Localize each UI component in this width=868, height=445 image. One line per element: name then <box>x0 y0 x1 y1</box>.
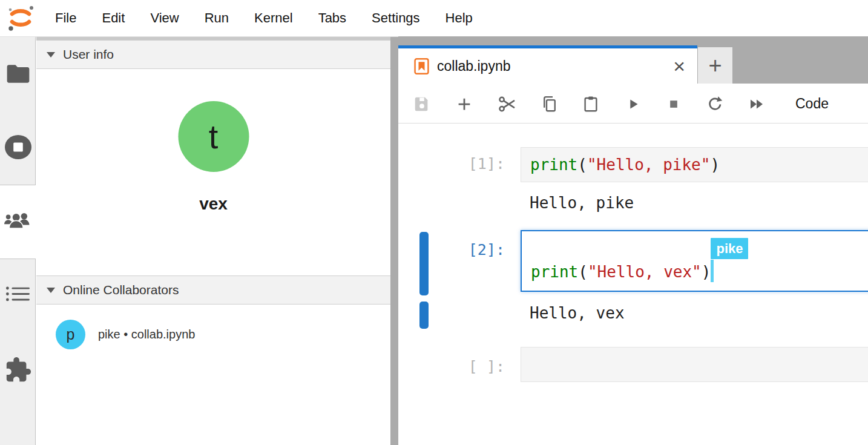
current-user-avatar-initial: t <box>209 117 219 156</box>
panel-resize-handle[interactable] <box>390 37 398 445</box>
online-collaborators-section-header[interactable]: Online Collaborators <box>36 275 390 305</box>
file-browser-icon[interactable] <box>5 62 31 85</box>
menu-run[interactable]: Run <box>192 0 242 36</box>
restart-kernel-button[interactable] <box>705 94 725 114</box>
collaborator-avatar-initial: p <box>67 326 75 343</box>
menu-help[interactable]: Help <box>433 0 485 36</box>
code-token: ) <box>710 156 720 174</box>
main-dock-area: collab.ipynb × + <box>398 36 868 445</box>
collapse-caret-icon <box>47 288 55 293</box>
code-token: ) <box>702 263 711 281</box>
code-token: ( <box>577 156 587 174</box>
notebook-toolbar: Code <box>398 84 868 124</box>
collaborator-list-item[interactable]: p pike • collab.ipynb <box>56 320 195 349</box>
extensions-icon[interactable] <box>4 356 32 384</box>
jupyter-logo-icon <box>6 4 35 33</box>
collaborators-icon[interactable] <box>4 209 33 234</box>
tab-title: collab.ipynb <box>437 58 510 74</box>
cell-3-prompt: [ ]: <box>398 356 505 378</box>
code-token: "Hello, pike" <box>587 156 711 174</box>
current-user-avatar: t <box>178 101 249 172</box>
online-collaborators-title: Online Collaborators <box>63 283 179 297</box>
current-user-name: vex <box>36 194 390 214</box>
cell-3-input[interactable] <box>521 347 868 382</box>
cell-2-output-collapser[interactable] <box>419 302 429 329</box>
run-cell-button[interactable] <box>623 94 643 114</box>
code-token: print <box>531 263 578 281</box>
cell-type-value: Code <box>795 96 829 112</box>
new-tab-button[interactable]: + <box>698 47 732 84</box>
menu-items: File Edit View Run Kernel Tabs Settings … <box>42 0 485 36</box>
copy-cells-button[interactable] <box>540 94 559 114</box>
code-line-empty <box>530 354 868 375</box>
code-line-empty <box>531 239 868 261</box>
cell-1-input[interactable]: print("Hello, pike") <box>521 147 868 182</box>
cut-cells-button[interactable] <box>498 94 517 114</box>
menu-edit[interactable]: Edit <box>89 0 137 36</box>
menu-kernel[interactable]: Kernel <box>242 0 306 36</box>
menu-view[interactable]: View <box>137 0 191 36</box>
cell-type-dropdown[interactable]: Code <box>795 84 829 124</box>
notebook-content: [1]: print("Hello, pike") Hello, pike [2… <box>398 124 868 445</box>
collaboration-side-panel: User info t vex Online Collaborators p p… <box>36 37 390 445</box>
tab-collab-ipynb[interactable]: collab.ipynb × <box>398 45 697 84</box>
running-sessions-icon[interactable] <box>4 134 33 160</box>
menu-file[interactable]: File <box>42 0 89 36</box>
restart-run-all-button[interactable] <box>747 94 766 114</box>
remote-cursor-user-flag: pike <box>711 238 748 259</box>
user-info-title: User info <box>63 47 114 62</box>
insert-cell-button[interactable] <box>455 94 474 114</box>
collaborator-label: pike • collab.ipynb <box>98 328 195 341</box>
table-of-contents-icon[interactable] <box>5 284 31 305</box>
notebook-file-icon <box>414 58 429 75</box>
code-token: print <box>530 156 577 174</box>
cell-2-prompt: [2]: <box>398 239 505 261</box>
rail-section-top <box>0 37 36 185</box>
code-token: "Hello, vex" <box>588 263 702 281</box>
remote-cursor-caret <box>711 260 714 282</box>
left-sidebar-rail <box>0 37 36 445</box>
menu-tabs[interactable]: Tabs <box>306 0 359 36</box>
cell-1-prompt: [1]: <box>398 153 505 175</box>
paste-cells-button[interactable] <box>581 94 600 114</box>
user-info-section-header[interactable]: User info <box>36 40 390 69</box>
dock-tab-bar: collab.ipynb × + <box>398 36 868 84</box>
cell-2-input[interactable]: print("Hello, vex")pike <box>521 230 868 292</box>
tab-close-icon[interactable]: × <box>673 56 685 76</box>
cell-1-output: Hello, pike <box>530 192 634 214</box>
interrupt-kernel-button[interactable] <box>664 94 683 114</box>
menu-bar: File Edit View Run Kernel Tabs Settings … <box>0 0 868 37</box>
collaborator-avatar: p <box>56 320 85 349</box>
menu-settings[interactable]: Settings <box>359 0 433 36</box>
code-token: ( <box>578 263 588 281</box>
save-button[interactable] <box>412 94 432 114</box>
collapse-caret-icon <box>47 52 55 58</box>
plus-icon: + <box>708 53 722 79</box>
cell-2-output: Hello, vex <box>530 302 625 324</box>
